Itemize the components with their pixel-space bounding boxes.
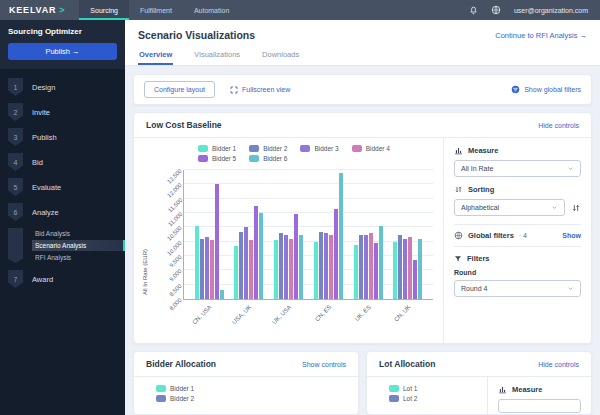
topnav-right: user@organization.com xyxy=(469,0,600,20)
bar-bidder-6-uk-usa[interactable] xyxy=(299,235,303,300)
sidebar-step-design[interactable]: 1Design xyxy=(8,78,125,96)
bar-bidder-2-uk-usa[interactable] xyxy=(279,233,283,299)
page-header: Scenario Visualizations Continue to RFI … xyxy=(125,20,600,66)
show-global-filters-button[interactable]: Show global filters xyxy=(511,85,581,94)
bar-bidder-6-uk-es[interactable] xyxy=(379,226,383,299)
bar-bidder-3-cn-uk[interactable] xyxy=(403,239,407,299)
topnav-item-fulfillment[interactable]: Fulfillment xyxy=(129,0,183,20)
show-controls-link[interactable]: Show controls xyxy=(302,361,346,368)
bar-bidder-5-cn-es[interactable] xyxy=(334,209,338,299)
bar-bidder-1-uk-usa[interactable] xyxy=(274,240,278,299)
bar-bidder-3-usa-uk[interactable] xyxy=(244,227,248,299)
bar-bidder-2-cn-es[interactable] xyxy=(319,232,323,299)
x-tick-cell: CN, UK xyxy=(393,300,422,324)
sorting-select[interactable]: Alphabetical xyxy=(454,199,565,216)
global-filters-label: Global filters xyxy=(468,231,514,240)
bar-bidder-5-uk-usa[interactable] xyxy=(294,214,298,299)
step-number: 7 xyxy=(8,270,23,288)
fullscreen-view-button[interactable]: Fullscreen view xyxy=(230,86,290,94)
hide-controls-link[interactable]: Hide controls xyxy=(538,361,579,368)
legend-item-bidder-3[interactable]: Bidder 3 xyxy=(300,145,338,152)
bar-bidder-6-usa-uk[interactable] xyxy=(259,213,263,299)
bar-bidder-6-cn-uk[interactable] xyxy=(418,239,422,299)
hide-controls-link[interactable]: Hide controls xyxy=(538,122,579,129)
sidebar-step-bid[interactable]: 4Bid xyxy=(8,153,125,171)
legend-item-bidder-4[interactable]: Bidder 4 xyxy=(352,145,390,152)
round-select[interactable]: Round 4 xyxy=(454,280,581,297)
legend-item-bidder-1[interactable]: Bidder 1 xyxy=(198,145,236,152)
bar-bidder-3-uk-es[interactable] xyxy=(364,235,368,300)
sidebar-subitem-bid-analysis[interactable]: Bid Analysis xyxy=(32,228,125,239)
globe-icon[interactable] xyxy=(491,5,501,15)
sort-direction-button[interactable] xyxy=(571,203,581,213)
bar-bidder-6-cn-usa[interactable] xyxy=(220,290,224,299)
bar-bidder-2-uk-es[interactable] xyxy=(359,235,363,300)
measure-select[interactable]: All In Rate xyxy=(454,160,581,177)
x-tick-label: CN, ES xyxy=(314,304,332,322)
legend-item-lot-1[interactable]: Lot 1 xyxy=(389,385,473,392)
measure-label: Measure xyxy=(512,385,542,394)
lot-allocation-title: Lot Allocation xyxy=(379,359,435,369)
bar-bidder-5-uk-es[interactable] xyxy=(374,243,378,299)
user-email[interactable]: user@organization.com xyxy=(514,7,588,14)
bar-bidder-1-cn-es[interactable] xyxy=(314,242,318,299)
lot-measure-select[interactable] xyxy=(498,399,581,413)
configure-layout-button[interactable]: Configure layout xyxy=(144,81,215,98)
bar-bidder-4-cn-es[interactable] xyxy=(329,235,333,300)
bar-bidder-4-cn-usa[interactable] xyxy=(210,240,214,299)
bar-bidder-2-cn-usa[interactable] xyxy=(200,239,204,299)
bar-bidder-3-uk-usa[interactable] xyxy=(284,235,288,300)
bar-bidder-2-cn-uk[interactable] xyxy=(398,235,402,300)
bar-bidder-1-cn-uk[interactable] xyxy=(393,242,397,299)
global-filter-icon xyxy=(511,85,520,94)
legend-item-lot-2[interactable]: Lot 2 xyxy=(389,395,473,402)
sidebar-subitem-rfi-analysis[interactable]: RFI Analysis xyxy=(32,252,125,263)
bar-group-uk-es xyxy=(354,170,383,299)
y-tick-label: 10,000 xyxy=(166,240,183,257)
continue-rfi-link[interactable]: Continue to RFI Analysis → xyxy=(495,31,587,40)
publish-button[interactable]: Publish → xyxy=(8,43,117,60)
sidebar-subitem-scenario-analysis[interactable]: Scenario Analysis xyxy=(32,240,125,251)
legend-item-bidder-2[interactable]: Bidder 2 xyxy=(249,145,287,152)
legend-label: Bidder 6 xyxy=(263,155,287,162)
bar-bidder-4-uk-es[interactable] xyxy=(369,233,373,299)
sidebar-step-award[interactable]: 7Award xyxy=(8,270,125,288)
bar-bidder-4-usa-uk[interactable] xyxy=(249,240,253,299)
bar-bidder-1-cn-usa[interactable] xyxy=(195,226,199,299)
tab-bar: OverviewVisualizationsDownloads xyxy=(138,50,587,65)
bar-bidder-5-usa-uk[interactable] xyxy=(254,206,258,299)
legend-item-bidder-6[interactable]: Bidder 6 xyxy=(249,155,287,162)
sidebar-step-analyze[interactable]: 6Analyze xyxy=(8,203,125,221)
tab-downloads[interactable]: Downloads xyxy=(261,50,300,65)
notification-bell-icon[interactable] xyxy=(469,6,478,15)
bar-bidder-4-uk-usa[interactable] xyxy=(289,239,293,299)
sidebar-steps: 1Design2Invite3Publish4Bid5Evaluate6Anal… xyxy=(0,69,125,415)
bar-bidder-3-cn-usa[interactable] xyxy=(205,237,209,299)
filters-label: Filters xyxy=(467,254,490,263)
sidebar-step-publish[interactable]: 3Publish xyxy=(8,128,125,146)
legend-item-bidder-5[interactable]: Bidder 5 xyxy=(198,155,236,162)
global-filters-show-link[interactable]: Show xyxy=(562,232,581,239)
topnav-item-automation[interactable]: Automation xyxy=(183,0,240,20)
bar-bidder-2-usa-uk[interactable] xyxy=(239,232,243,299)
bidder-allocation-legend: Bidder 1Bidder 2 xyxy=(134,377,194,414)
bar-bidder-1-usa-uk[interactable] xyxy=(234,246,238,299)
bar-bidder-6-cn-es[interactable] xyxy=(339,173,343,299)
legend-item-bidder-2[interactable]: Bidder 2 xyxy=(156,395,194,402)
step-connector xyxy=(8,228,23,263)
topnav-item-sourcing[interactable]: Sourcing xyxy=(79,0,129,20)
sidebar-step-invite[interactable]: 2Invite xyxy=(8,103,125,121)
bar-bidder-4-cn-uk[interactable] xyxy=(408,237,412,299)
bar-group-uk-usa xyxy=(274,170,303,299)
y-axis-label: All In Rate (EUR) xyxy=(142,170,153,343)
legend-swatch xyxy=(389,395,399,402)
bar-bidder-1-uk-es[interactable] xyxy=(354,245,358,299)
bar-bidder-5-cn-uk[interactable] xyxy=(413,260,417,299)
sidebar-step-evaluate[interactable]: 5Evaluate xyxy=(8,178,125,196)
tab-visualizations[interactable]: Visualizations xyxy=(193,50,241,65)
round-filter-label: Round xyxy=(454,269,581,276)
bar-bidder-3-cn-es[interactable] xyxy=(324,233,328,299)
legend-item-bidder-1[interactable]: Bidder 1 xyxy=(156,385,194,392)
bar-bidder-5-cn-usa[interactable] xyxy=(215,184,219,299)
tab-overview[interactable]: Overview xyxy=(138,50,173,65)
